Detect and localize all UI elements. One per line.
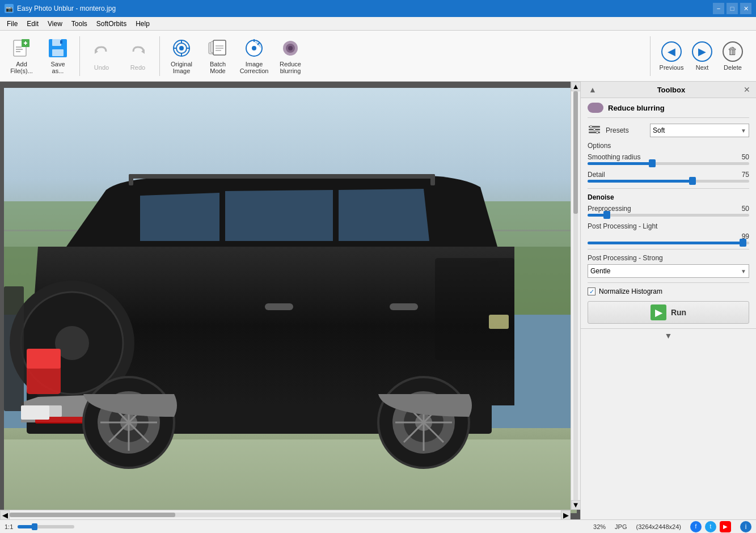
maximize-button[interactable]: □ <box>727 3 738 14</box>
batch-mode-label: BatchMode <box>210 61 226 74</box>
menu-help[interactable]: Help <box>131 19 154 29</box>
scroll-thumb-h[interactable] <box>10 513 175 517</box>
scroll-up-button[interactable]: ▲ <box>571 82 581 91</box>
presets-value: Soft <box>653 126 665 134</box>
preprocessing-label-row: Preprocessing 50 <box>588 205 749 213</box>
vertical-scrollbar[interactable]: ▲ ▼ <box>571 82 580 510</box>
add-files-button[interactable]: AddFile(s)... <box>5 33 39 79</box>
save-as-button[interactable]: Saveas... <box>41 33 75 79</box>
delete-button[interactable]: 🗑 Delete <box>719 33 747 79</box>
smoothing-radius-label-row: Smoothing radius 50 <box>588 153 749 161</box>
image-correction-button[interactable]: ImageCorrection <box>237 33 271 79</box>
undo-icon <box>91 41 112 62</box>
svg-rect-43 <box>430 174 435 185</box>
youtube-icon[interactable]: ▶ <box>720 521 731 532</box>
undo-button[interactable]: Undo <box>85 33 119 79</box>
preprocessing-thumb[interactable] <box>603 211 610 219</box>
zoom-track[interactable] <box>18 525 74 528</box>
info-button[interactable]: i <box>740 521 751 532</box>
menu-softorbits[interactable]: SoftOrbits <box>92 19 131 29</box>
post-proc-light-row: 99 <box>588 232 749 240</box>
horizontal-scrollbar[interactable]: ◀ ▶ <box>0 510 571 519</box>
detail-track[interactable] <box>588 180 749 183</box>
previous-button[interactable]: ◀ Previous <box>657 33 686 79</box>
preprocessing-section: Preprocessing 50 <box>588 205 749 217</box>
post-proc-strong-dropdown[interactable]: Gentle ▼ <box>588 264 749 278</box>
post-proc-light-thumb[interactable] <box>740 239 746 247</box>
title-bar: 📷 Easy Photo Unblur - montero.jpg − □ ✕ <box>0 0 756 17</box>
format-label: JPG <box>615 523 627 530</box>
post-processing-light-section: Post Processing - Light 99 <box>588 222 749 244</box>
menu-view[interactable]: View <box>43 19 67 29</box>
toolbox-scroll-up[interactable]: ▲ <box>586 85 599 94</box>
scroll-thumb-v[interactable] <box>573 91 578 214</box>
twitter-icon[interactable]: t <box>705 521 716 532</box>
detail-label: Detail <box>588 171 605 179</box>
window-title: Easy Photo Unblur - montero.jpg <box>17 5 116 12</box>
scroll-left-button[interactable]: ◀ <box>0 510 10 520</box>
previous-icon: ◀ <box>661 41 682 62</box>
smoothing-radius-value: 50 <box>742 153 749 161</box>
minimize-button[interactable]: − <box>713 3 724 14</box>
svg-point-32 <box>288 46 293 50</box>
normalize-histogram-row[interactable]: Normalize Histogram <box>588 287 749 295</box>
preprocessing-track[interactable] <box>588 214 749 217</box>
menu-edit[interactable]: Edit <box>22 19 43 29</box>
app-icon: 📷 <box>5 4 14 13</box>
run-button[interactable]: ▶ Run <box>588 301 749 324</box>
presets-dropdown[interactable]: Soft ▼ <box>650 124 749 137</box>
facebook-icon[interactable]: f <box>690 521 702 532</box>
menu-tools[interactable]: Tools <box>67 19 92 29</box>
smoothing-radius-thumb[interactable] <box>649 159 656 167</box>
denoise-label: Denoise <box>588 193 749 201</box>
next-label: Next <box>696 64 709 71</box>
delete-label: Delete <box>724 64 742 71</box>
divider-2 <box>588 249 749 249</box>
scroll-right-button[interactable]: ▶ <box>561 510 571 520</box>
image-correction-label: ImageCorrection <box>240 61 269 74</box>
toolbox-header: ▲ Toolbox ✕ <box>581 82 756 98</box>
post-proc-strong-label: Post Processing - Strong <box>588 254 749 262</box>
batch-mode-button[interactable]: BatchMode <box>201 33 235 79</box>
scroll-track-v[interactable] <box>573 91 578 500</box>
svg-point-76 <box>590 126 592 128</box>
next-icon: ▶ <box>692 41 712 62</box>
previous-label: Previous <box>660 64 684 71</box>
scroll-track-h[interactable] <box>10 513 561 517</box>
menu-file[interactable]: File <box>2 19 22 29</box>
smoothing-radius-label: Smoothing radius <box>588 153 640 161</box>
image-area[interactable]: ◀ ▶ ▲ ▼ <box>0 82 580 519</box>
close-button[interactable]: ✕ <box>740 3 751 14</box>
detail-fill <box>588 180 692 183</box>
toolbox-close-button[interactable]: ✕ <box>744 86 750 94</box>
normalize-histogram-checkbox[interactable] <box>588 287 595 295</box>
divider-1 <box>588 188 749 189</box>
divider-3 <box>588 282 749 283</box>
status-bar-right: 32% JPG (3264x2448x24) f t ▶ i <box>593 521 751 532</box>
svg-rect-68 <box>435 258 514 360</box>
presets-icon <box>588 124 601 137</box>
reduce-blurring-toolbar-label: Reduceblurring <box>280 61 301 74</box>
toolbar-separator-2 <box>159 36 160 76</box>
original-image-button[interactable]: OriginalImage <box>164 33 198 79</box>
menu-bar: File Edit View Tools SoftOrbits Help <box>0 17 756 31</box>
toolbox-scroll-down[interactable]: ▼ <box>662 331 675 340</box>
original-icon <box>171 38 192 58</box>
svg-rect-47 <box>265 303 293 310</box>
zoom-thumb[interactable] <box>32 523 37 530</box>
reduce-blur-section-icon <box>588 103 603 113</box>
detail-thumb[interactable] <box>689 177 696 185</box>
reduce-blurring-button[interactable]: Reduceblurring <box>273 33 307 79</box>
status-bar-left: 1:1 <box>5 523 74 530</box>
reduce-blur-section-title: Reduce blurring <box>608 104 665 112</box>
svg-rect-10 <box>60 40 62 44</box>
presets-row: Presets Soft ▼ <box>588 124 749 137</box>
post-proc-light-track[interactable] <box>588 242 749 244</box>
next-button[interactable]: ▶ Next <box>688 33 716 79</box>
post-proc-strong-value: Gentle <box>590 267 610 275</box>
redo-button[interactable]: Redo <box>121 33 155 79</box>
add-files-label: AddFile(s)... <box>10 61 33 74</box>
scroll-down-button[interactable]: ▼ <box>571 500 581 510</box>
smoothing-radius-track[interactable] <box>588 162 749 165</box>
smoothing-radius-section: Smoothing radius 50 <box>588 153 749 165</box>
